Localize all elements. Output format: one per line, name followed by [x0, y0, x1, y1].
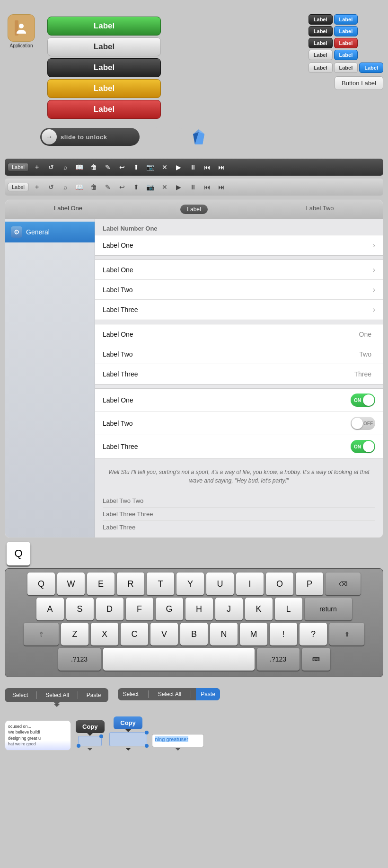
grid-btn-light-3[interactable]: Label	[334, 63, 358, 73]
key-delete[interactable]: ⌫	[326, 573, 361, 595]
red-button[interactable]: Label	[47, 100, 161, 119]
toolbar-trash-icon[interactable]: 🗑	[88, 161, 100, 173]
context-select-all-2[interactable]: Select All	[153, 688, 186, 700]
toggle-on-1[interactable]: ON	[351, 394, 375, 407]
key-v[interactable]: V	[150, 623, 178, 645]
toolbar-light-pause-icon[interactable]: ⏸	[187, 181, 199, 193]
key-t[interactable]: T	[147, 573, 174, 595]
settings-row-2-2[interactable]: Label Two ›	[95, 280, 383, 300]
grid-btn-red-1[interactable]: Label	[334, 38, 358, 48]
toolbar-edit-icon[interactable]: ✎	[102, 161, 114, 173]
grid-btn-blue-2[interactable]: Label	[334, 26, 358, 36]
toolbar-close-icon[interactable]: ✕	[159, 161, 171, 173]
tab-label-center[interactable]: Label	[131, 200, 257, 219]
key-space[interactable]	[103, 648, 255, 671]
toolbar-label[interactable]: Label	[8, 163, 29, 171]
settings-row-2-3[interactable]: Label Three ›	[95, 300, 383, 320]
key-u[interactable]: U	[206, 573, 234, 595]
key-j[interactable]: J	[215, 598, 243, 620]
key-shift-right[interactable]: ⇧	[329, 623, 364, 645]
toolbar-camera-icon[interactable]: 📷	[144, 161, 157, 173]
key-g[interactable]: G	[156, 598, 183, 620]
slide-to-unlock[interactable]: → slide to unlock	[40, 128, 140, 146]
sidebar-item-general[interactable]: ⚙ General	[5, 222, 95, 242]
context-select-2[interactable]: Select	[118, 688, 143, 700]
toolbar-light-play-icon[interactable]: ▶	[173, 181, 185, 193]
toolbar-play-icon[interactable]: ▶	[173, 161, 185, 173]
tab-label-two[interactable]: Label Two	[257, 200, 383, 219]
key-o[interactable]: O	[266, 573, 293, 595]
key-f[interactable]: F	[126, 598, 153, 620]
key-return[interactable]: return	[305, 598, 352, 620]
toggle-off-1[interactable]: OFF	[351, 417, 375, 430]
gold-button[interactable]: Label	[47, 79, 161, 98]
toolbar-light-camera-icon[interactable]: 📷	[144, 181, 157, 193]
toolbar-light-share-icon[interactable]: ⬆	[130, 181, 142, 193]
key-a[interactable]: A	[36, 598, 64, 620]
grid-btn-light-1[interactable]: Label	[309, 50, 333, 60]
key-m[interactable]: M	[240, 623, 267, 645]
context-select-1[interactable]: Select	[9, 690, 32, 700]
toolbar-share-icon[interactable]: ⬆	[130, 161, 142, 173]
toolbar-prev-icon[interactable]: ⏮	[201, 161, 213, 173]
toolbar-next-icon[interactable]: ⏭	[215, 161, 228, 173]
copy-button-2[interactable]: Copy	[114, 716, 142, 729]
toggle-on-2[interactable]: ON	[351, 440, 375, 453]
toolbar-light-refresh-icon[interactable]: ↺	[45, 181, 57, 193]
key-hide[interactable]: ⌨	[302, 648, 330, 671]
settings-row-3-3[interactable]: Label Three Three	[95, 364, 383, 384]
grid-btn-light-2[interactable]: Label	[309, 63, 333, 73]
key-s[interactable]: S	[66, 598, 94, 620]
context-select-all-1[interactable]: Select All	[42, 690, 72, 700]
key-l[interactable]: L	[275, 598, 302, 620]
standalone-q-key[interactable]: Q	[7, 542, 30, 565]
toolbar-pause-icon[interactable]: ⏸	[187, 161, 199, 173]
key-p[interactable]: P	[296, 573, 323, 595]
key-c[interactable]: C	[121, 623, 148, 645]
key-h[interactable]: H	[185, 598, 213, 620]
toolbar-light-trash-icon[interactable]: 🗑	[88, 181, 100, 193]
key-b[interactable]: B	[180, 623, 208, 645]
key-e[interactable]: E	[87, 573, 115, 595]
tab-label-one[interactable]: Label One	[5, 200, 131, 219]
context-paste-1[interactable]: Paste	[83, 690, 105, 700]
grid-btn-dark-1[interactable]: Label	[309, 14, 333, 25]
key-numeric-left[interactable]: .?123	[58, 648, 101, 671]
toolbar-light-book-icon[interactable]: 📖	[73, 181, 86, 193]
toolbar-light-label[interactable]: Label	[8, 183, 29, 191]
toolbar-add-icon[interactable]: ＋	[31, 161, 43, 173]
toolbar-light-edit-icon[interactable]: ✎	[102, 181, 114, 193]
key-i[interactable]: I	[236, 573, 264, 595]
toolbar-book-icon[interactable]: 📖	[73, 161, 86, 173]
key-r[interactable]: R	[117, 573, 144, 595]
grid-btn-dark-3[interactable]: Label	[309, 38, 333, 48]
button-label-outline[interactable]: Button Label	[335, 76, 383, 90]
settings-row-1-1[interactable]: Label One ›	[95, 235, 383, 255]
app-icon[interactable]	[8, 14, 35, 42]
key-x[interactable]: X	[91, 623, 118, 645]
key-question[interactable]: ?	[300, 623, 327, 645]
toolbar-light-prev-icon[interactable]: ⏮	[201, 181, 213, 193]
key-numeric-right[interactable]: .?123	[257, 648, 300, 671]
toolbar-light-next-icon[interactable]: ⏭	[215, 181, 228, 193]
text-field-selected[interactable]: ning greatuser	[152, 734, 204, 747]
toolbar-search-icon[interactable]: ⌕	[59, 161, 71, 173]
key-d[interactable]: D	[96, 598, 123, 620]
key-n[interactable]: N	[210, 623, 238, 645]
key-q[interactable]: Q	[27, 573, 55, 595]
toolbar-light-undo-icon[interactable]: ↩	[116, 181, 128, 193]
key-k[interactable]: K	[245, 598, 273, 620]
grid-btn-blue-1[interactable]: Label	[334, 14, 358, 25]
grid-btn-dark-2[interactable]: Label	[309, 26, 333, 36]
toolbar-refresh-icon[interactable]: ↺	[45, 161, 57, 173]
grid-btn-blue-3[interactable]: Label	[334, 50, 358, 60]
key-exclaim[interactable]: !	[270, 623, 297, 645]
settings-row-2-1[interactable]: Label One ›	[95, 260, 383, 280]
context-paste-2[interactable]: Paste	[196, 688, 220, 700]
grid-btn-blue-4[interactable]: Label	[359, 63, 383, 73]
dark-button[interactable]: Label	[47, 58, 161, 77]
toolbar-light-search-icon[interactable]: ⌕	[59, 181, 71, 193]
toolbar-light-close-icon[interactable]: ✕	[159, 181, 171, 193]
toolbar-undo-icon[interactable]: ↩	[116, 161, 128, 173]
key-z[interactable]: Z	[61, 623, 88, 645]
